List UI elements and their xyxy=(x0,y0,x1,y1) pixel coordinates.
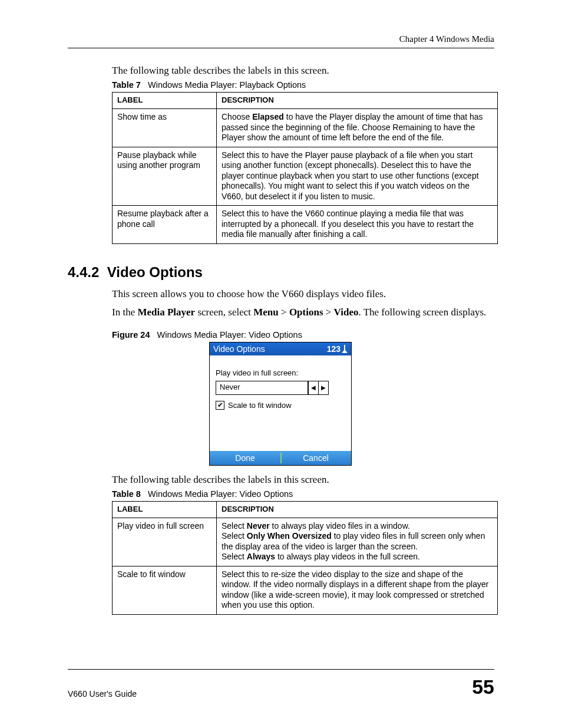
page-number: 55 xyxy=(472,676,494,699)
chapter-label: Chapter 4 Windows Media xyxy=(399,34,494,44)
t8r0-desc: Select Never to always play video files … xyxy=(217,518,498,566)
figure-caption-text: Windows Media Player: Video Options xyxy=(157,330,302,340)
table-row: Resume playback after a phone call Selec… xyxy=(113,206,498,244)
figure-caption: Figure 24 Windows Media Player: Video Op… xyxy=(112,330,494,340)
table7-head-desc: Description xyxy=(217,93,498,109)
chevron-left-icon: ◀ xyxy=(311,384,316,391)
phone-screenshot: Video Options 123 Play video in full scr… xyxy=(209,342,352,466)
input-mode-indicator: 123 xyxy=(327,344,340,354)
fullscreen-spinner[interactable]: Never ◀ ▶ xyxy=(216,381,329,395)
body-text-1: This screen allows you to choose how the… xyxy=(112,288,494,301)
table8-caption-text: Windows Media Player: Video Options xyxy=(148,489,293,499)
phone-status-icons: 123 xyxy=(327,344,348,354)
intro-text-2: The following table describes the labels… xyxy=(112,474,494,486)
table7-head-label: Label xyxy=(113,93,217,109)
page-header: Chapter 4 Windows Media xyxy=(68,0,494,48)
table7-caption: Table 7 Windows Media Player: Playback O… xyxy=(112,80,494,90)
page-footer: V660 User's Guide 55 xyxy=(68,669,494,699)
t7r1-label: Pause playback while using another progr… xyxy=(113,147,217,206)
table-row: Scale to fit window Select this to re-si… xyxy=(113,566,498,614)
t7r2-desc: Select this to have the V660 continue pl… xyxy=(217,206,498,244)
chevron-right-icon: ▶ xyxy=(321,384,326,391)
t8r0-label: Play video in full screen xyxy=(113,518,217,566)
spinner-value: Never xyxy=(216,381,308,394)
cancel-button[interactable]: Cancel xyxy=(280,453,351,463)
phone-softkeys: Done Cancel xyxy=(210,451,351,465)
softkey-separator xyxy=(280,453,282,463)
table-row: Show time as Choose Elapsed to have the … xyxy=(113,109,498,147)
phone-titlebar: Video Options 123 xyxy=(210,342,351,355)
table7: Label Description Show time as Choose El… xyxy=(112,92,498,244)
section-title: Video Options xyxy=(107,264,203,280)
table8: Label Description Play video in full scr… xyxy=(112,501,498,615)
scale-checkbox-label: Scale to fit window xyxy=(228,401,292,410)
t7r2-label: Resume playback after a phone call xyxy=(113,206,217,244)
signal-icon xyxy=(342,345,348,353)
body-text-2: In the Media Player screen, select Menu … xyxy=(112,306,494,319)
spinner-left-button[interactable]: ◀ xyxy=(308,381,318,394)
table7-caption-text: Windows Media Player: Playback Options xyxy=(148,80,306,90)
fullscreen-label: Play video in full screen: xyxy=(216,368,345,377)
table8-head-label: Label xyxy=(113,501,217,518)
t7r1-desc: Select this to have the Player pause pla… xyxy=(217,147,498,206)
t8r1-label: Scale to fit window xyxy=(113,566,217,614)
figure-caption-label: Figure 24 xyxy=(112,330,150,340)
table-row: Play video in full screen Select Never t… xyxy=(113,518,498,566)
table7-caption-label: Table 7 xyxy=(112,80,141,90)
section-number: 4.4.2 xyxy=(68,264,99,280)
t7r0-label: Show time as xyxy=(113,109,217,147)
scale-checkbox[interactable]: ✔ xyxy=(216,401,224,410)
spinner-right-button[interactable]: ▶ xyxy=(318,381,328,394)
table8-head-desc: Description xyxy=(217,501,498,518)
t8r1-desc: Select this to re-size the video display… xyxy=(217,566,498,614)
done-button[interactable]: Done xyxy=(210,453,280,463)
table8-caption: Table 8 Windows Media Player: Video Opti… xyxy=(112,489,494,499)
section-heading: 4.4.2 Video Options xyxy=(68,264,494,281)
table-row: Pause playback while using another progr… xyxy=(113,147,498,206)
intro-text-1: The following table describes the labels… xyxy=(112,65,494,77)
table8-caption-label: Table 8 xyxy=(112,489,141,499)
footer-guide: V660 User's Guide xyxy=(68,689,137,699)
phone-title-text: Video Options xyxy=(213,344,265,354)
t7r0-desc: Choose Elapsed to have the Player displa… xyxy=(217,109,498,147)
